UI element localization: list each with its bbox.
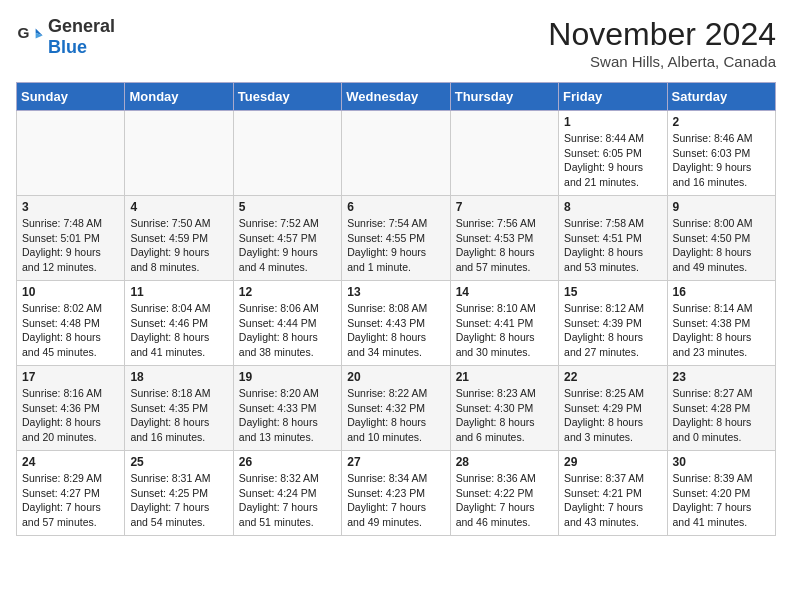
day-header-saturday: Saturday	[667, 83, 775, 111]
day-info: Sunrise: 7:48 AM Sunset: 5:01 PM Dayligh…	[22, 216, 119, 275]
day-number: 7	[456, 200, 553, 214]
calendar-cell: 27Sunrise: 8:34 AM Sunset: 4:23 PM Dayli…	[342, 451, 450, 536]
calendar-cell	[125, 111, 233, 196]
day-info: Sunrise: 8:20 AM Sunset: 4:33 PM Dayligh…	[239, 386, 336, 445]
day-info: Sunrise: 8:39 AM Sunset: 4:20 PM Dayligh…	[673, 471, 770, 530]
calendar-cell: 18Sunrise: 8:18 AM Sunset: 4:35 PM Dayli…	[125, 366, 233, 451]
week-row-2: 3Sunrise: 7:48 AM Sunset: 5:01 PM Daylig…	[17, 196, 776, 281]
day-info: Sunrise: 8:06 AM Sunset: 4:44 PM Dayligh…	[239, 301, 336, 360]
calendar-cell: 19Sunrise: 8:20 AM Sunset: 4:33 PM Dayli…	[233, 366, 341, 451]
day-info: Sunrise: 8:18 AM Sunset: 4:35 PM Dayligh…	[130, 386, 227, 445]
calendar-cell: 12Sunrise: 8:06 AM Sunset: 4:44 PM Dayli…	[233, 281, 341, 366]
calendar-cell: 10Sunrise: 8:02 AM Sunset: 4:48 PM Dayli…	[17, 281, 125, 366]
day-number: 23	[673, 370, 770, 384]
calendar-cell: 11Sunrise: 8:04 AM Sunset: 4:46 PM Dayli…	[125, 281, 233, 366]
logo-general: General	[48, 16, 115, 36]
calendar-cell: 22Sunrise: 8:25 AM Sunset: 4:29 PM Dayli…	[559, 366, 667, 451]
calendar-cell	[342, 111, 450, 196]
day-number: 24	[22, 455, 119, 469]
calendar-cell: 2Sunrise: 8:46 AM Sunset: 6:03 PM Daylig…	[667, 111, 775, 196]
calendar-cell: 3Sunrise: 7:48 AM Sunset: 5:01 PM Daylig…	[17, 196, 125, 281]
day-info: Sunrise: 8:08 AM Sunset: 4:43 PM Dayligh…	[347, 301, 444, 360]
day-number: 17	[22, 370, 119, 384]
logo-icon: G	[16, 23, 44, 51]
day-number: 4	[130, 200, 227, 214]
day-info: Sunrise: 8:10 AM Sunset: 4:41 PM Dayligh…	[456, 301, 553, 360]
day-number: 12	[239, 285, 336, 299]
calendar-cell: 14Sunrise: 8:10 AM Sunset: 4:41 PM Dayli…	[450, 281, 558, 366]
day-header-friday: Friday	[559, 83, 667, 111]
calendar-header-row: SundayMondayTuesdayWednesdayThursdayFrid…	[17, 83, 776, 111]
calendar-cell: 1Sunrise: 8:44 AM Sunset: 6:05 PM Daylig…	[559, 111, 667, 196]
day-info: Sunrise: 8:44 AM Sunset: 6:05 PM Dayligh…	[564, 131, 661, 190]
calendar-cell: 4Sunrise: 7:50 AM Sunset: 4:59 PM Daylig…	[125, 196, 233, 281]
day-info: Sunrise: 8:22 AM Sunset: 4:32 PM Dayligh…	[347, 386, 444, 445]
calendar-cell: 25Sunrise: 8:31 AM Sunset: 4:25 PM Dayli…	[125, 451, 233, 536]
calendar-cell: 21Sunrise: 8:23 AM Sunset: 4:30 PM Dayli…	[450, 366, 558, 451]
day-number: 6	[347, 200, 444, 214]
day-number: 16	[673, 285, 770, 299]
day-number: 13	[347, 285, 444, 299]
day-info: Sunrise: 8:04 AM Sunset: 4:46 PM Dayligh…	[130, 301, 227, 360]
day-number: 3	[22, 200, 119, 214]
day-info: Sunrise: 8:16 AM Sunset: 4:36 PM Dayligh…	[22, 386, 119, 445]
day-info: Sunrise: 8:27 AM Sunset: 4:28 PM Dayligh…	[673, 386, 770, 445]
day-info: Sunrise: 8:14 AM Sunset: 4:38 PM Dayligh…	[673, 301, 770, 360]
day-info: Sunrise: 8:37 AM Sunset: 4:21 PM Dayligh…	[564, 471, 661, 530]
day-number: 10	[22, 285, 119, 299]
day-number: 5	[239, 200, 336, 214]
day-header-wednesday: Wednesday	[342, 83, 450, 111]
day-info: Sunrise: 8:02 AM Sunset: 4:48 PM Dayligh…	[22, 301, 119, 360]
logo: G General Blue	[16, 16, 115, 58]
day-number: 25	[130, 455, 227, 469]
day-info: Sunrise: 8:00 AM Sunset: 4:50 PM Dayligh…	[673, 216, 770, 275]
day-number: 29	[564, 455, 661, 469]
logo-wordmark: General Blue	[48, 16, 115, 58]
month-year-title: November 2024	[548, 16, 776, 53]
calendar-cell: 15Sunrise: 8:12 AM Sunset: 4:39 PM Dayli…	[559, 281, 667, 366]
week-row-3: 10Sunrise: 8:02 AM Sunset: 4:48 PM Dayli…	[17, 281, 776, 366]
day-number: 18	[130, 370, 227, 384]
day-header-thursday: Thursday	[450, 83, 558, 111]
calendar-cell: 20Sunrise: 8:22 AM Sunset: 4:32 PM Dayli…	[342, 366, 450, 451]
calendar-cell: 17Sunrise: 8:16 AM Sunset: 4:36 PM Dayli…	[17, 366, 125, 451]
calendar-cell: 13Sunrise: 8:08 AM Sunset: 4:43 PM Dayli…	[342, 281, 450, 366]
day-info: Sunrise: 8:34 AM Sunset: 4:23 PM Dayligh…	[347, 471, 444, 530]
calendar-cell: 29Sunrise: 8:37 AM Sunset: 4:21 PM Dayli…	[559, 451, 667, 536]
location-subtitle: Swan Hills, Alberta, Canada	[548, 53, 776, 70]
day-number: 19	[239, 370, 336, 384]
day-info: Sunrise: 8:32 AM Sunset: 4:24 PM Dayligh…	[239, 471, 336, 530]
day-info: Sunrise: 7:56 AM Sunset: 4:53 PM Dayligh…	[456, 216, 553, 275]
calendar-cell: 26Sunrise: 8:32 AM Sunset: 4:24 PM Dayli…	[233, 451, 341, 536]
day-info: Sunrise: 8:36 AM Sunset: 4:22 PM Dayligh…	[456, 471, 553, 530]
day-number: 9	[673, 200, 770, 214]
day-number: 21	[456, 370, 553, 384]
title-block: November 2024 Swan Hills, Alberta, Canad…	[548, 16, 776, 70]
calendar-cell	[450, 111, 558, 196]
day-number: 11	[130, 285, 227, 299]
day-number: 20	[347, 370, 444, 384]
week-row-4: 17Sunrise: 8:16 AM Sunset: 4:36 PM Dayli…	[17, 366, 776, 451]
calendar-cell: 28Sunrise: 8:36 AM Sunset: 4:22 PM Dayli…	[450, 451, 558, 536]
day-header-tuesday: Tuesday	[233, 83, 341, 111]
svg-text:G: G	[17, 24, 29, 41]
calendar-cell: 7Sunrise: 7:56 AM Sunset: 4:53 PM Daylig…	[450, 196, 558, 281]
day-number: 22	[564, 370, 661, 384]
day-info: Sunrise: 7:52 AM Sunset: 4:57 PM Dayligh…	[239, 216, 336, 275]
day-info: Sunrise: 8:23 AM Sunset: 4:30 PM Dayligh…	[456, 386, 553, 445]
calendar-cell	[17, 111, 125, 196]
day-info: Sunrise: 7:54 AM Sunset: 4:55 PM Dayligh…	[347, 216, 444, 275]
day-info: Sunrise: 7:58 AM Sunset: 4:51 PM Dayligh…	[564, 216, 661, 275]
page-header: G General Blue November 2024 Swan Hills,…	[16, 16, 776, 70]
calendar-cell: 30Sunrise: 8:39 AM Sunset: 4:20 PM Dayli…	[667, 451, 775, 536]
day-info: Sunrise: 8:29 AM Sunset: 4:27 PM Dayligh…	[22, 471, 119, 530]
calendar-cell	[233, 111, 341, 196]
day-info: Sunrise: 8:25 AM Sunset: 4:29 PM Dayligh…	[564, 386, 661, 445]
day-info: Sunrise: 7:50 AM Sunset: 4:59 PM Dayligh…	[130, 216, 227, 275]
calendar-cell: 24Sunrise: 8:29 AM Sunset: 4:27 PM Dayli…	[17, 451, 125, 536]
day-info: Sunrise: 8:12 AM Sunset: 4:39 PM Dayligh…	[564, 301, 661, 360]
day-number: 2	[673, 115, 770, 129]
calendar-cell: 23Sunrise: 8:27 AM Sunset: 4:28 PM Dayli…	[667, 366, 775, 451]
day-number: 30	[673, 455, 770, 469]
calendar-cell: 16Sunrise: 8:14 AM Sunset: 4:38 PM Dayli…	[667, 281, 775, 366]
